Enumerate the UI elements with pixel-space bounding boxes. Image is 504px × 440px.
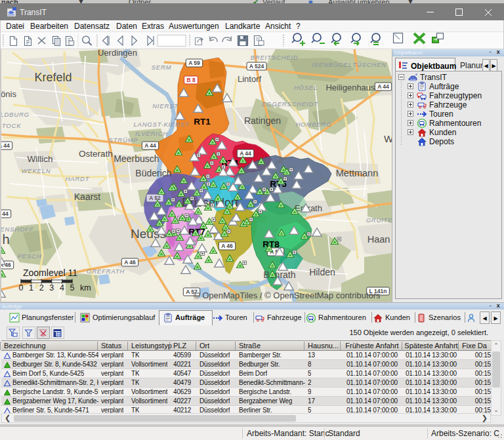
svg-text:3: 3 (49, 283, 54, 292)
svg-text:5: 5 (70, 283, 75, 292)
svg-text:Heiligenhaus: Heiligenhaus (326, 83, 375, 92)
svg-text:Hilden: Hilden (309, 267, 335, 277)
svg-text:Krefeld: Krefeld (34, 71, 72, 84)
svg-text:ILVERICH: ILVERICH (135, 130, 168, 137)
svg-text:HARDT: HARDT (66, 175, 90, 182)
svg-text:Mettmann: Mettmann (336, 168, 378, 178)
svg-text:4: 4 (60, 283, 64, 292)
svg-text:km: km (80, 283, 91, 292)
svg-text:ELDBURG: ELDBURG (1, 111, 30, 118)
svg-text:Ratingen: Ratingen (244, 115, 281, 126)
svg-text:Willich: Willich (28, 154, 53, 164)
svg-text:BREITSCHEID: BREITSCHEID (251, 54, 299, 61)
svg-text:0: 0 (19, 283, 24, 292)
svg-text:A 44: A 44 (377, 83, 389, 90)
svg-text:STRÜMP: STRÜMP (109, 136, 138, 144)
svg-text:© OpenMapTiles / © OpenStreetM: © OpenMapTiles / © OpenStreetMap contrib… (194, 290, 381, 300)
svg-text:önis: önis (1, 89, 16, 99)
svg-text:Osterath: Osterath (79, 149, 113, 159)
svg-text:A 44: A 44 (1, 210, 9, 217)
svg-text:Uerdingen: Uerdingen (98, 49, 137, 58)
svg-text:W: W (384, 133, 392, 144)
svg-text:STOCK: STOCK (1, 122, 21, 129)
svg-text:Kaarst: Kaarst (74, 191, 101, 202)
svg-text:Lintorf: Lintorf (238, 74, 262, 84)
svg-text:A 524: A 524 (249, 63, 264, 70)
svg-text:LANGST-KIERST: LANGST-KIERST (133, 121, 189, 128)
svg-text:GRUITE: GRUITE (366, 216, 392, 224)
svg-text:A 44: A 44 (1, 142, 10, 149)
svg-text:RENSHOFF: RENSHOFF (1, 226, 34, 233)
svg-text:RT1: RT1 (194, 117, 211, 127)
svg-text:HÖSEL: HÖSEL (294, 84, 318, 91)
svg-text:WEKELN: WEKELN (22, 167, 51, 174)
svg-text:B 8: B 8 (186, 77, 196, 83)
svg-text:Haan: Haan (368, 234, 390, 245)
svg-text:h: h (2, 232, 9, 247)
svg-text:ISENBÜGEL: ISENBÜGEL (312, 61, 352, 68)
svg-text:A 46: A 46 (124, 259, 136, 266)
svg-text:A 52: A 52 (149, 195, 161, 201)
svg-text:Benrath: Benrath (263, 270, 295, 280)
svg-text:GREFRATH: GREFRATH (87, 268, 125, 275)
svg-text:A 44: A 44 (240, 150, 251, 157)
svg-text:TÜSCHEN: TÜSCHEN (352, 61, 387, 68)
svg-text:HOMBERG: HOMBERG (296, 121, 332, 128)
svg-text:Zoomlevel 11: Zoomlevel 11 (23, 268, 77, 278)
svg-text:2: 2 (39, 283, 44, 292)
svg-text:Meerbusch: Meerbusch (114, 153, 159, 164)
svg-text:NIERST: NIERST (152, 102, 178, 110)
svg-text:EGGERSCHEIDT: EGGERSCHEIDT (262, 100, 318, 108)
svg-text:A 46: A 46 (221, 243, 233, 249)
svg-text:A 59: A 59 (188, 60, 200, 66)
svg-text:Büderich: Büderich (135, 168, 171, 178)
svg-text:PESCH: PESCH (18, 252, 42, 260)
svg-text:SERM: SERM (152, 64, 172, 71)
svg-text:A 44: A 44 (144, 142, 156, 149)
svg-text:1: 1 (29, 283, 33, 292)
